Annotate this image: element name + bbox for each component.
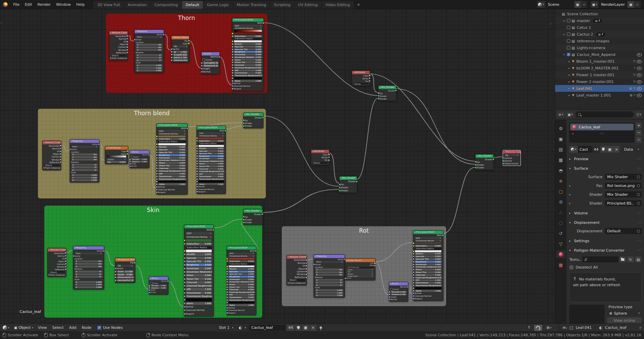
node-header-mixshader-1[interactable]: ▾Mix Shader <box>378 86 396 89</box>
sl-widget[interactable]: Anisotropic0.000 <box>415 263 442 266</box>
sl-widget[interactable]: X0m <box>315 269 343 271</box>
workspace-tab-default[interactable]: Default <box>182 1 203 9</box>
output-socket[interactable] <box>65 260 67 262</box>
node-row-y[interactable]: Y0m <box>70 156 99 158</box>
col-widget[interactable] <box>186 239 212 242</box>
node-header-bump-thorn[interactable]: ▾Bump <box>202 52 220 56</box>
node-row-dimension[interactable]: Dimension0.300 <box>115 276 135 279</box>
scene-selector[interactable]: ▾ Scene ▣ × <box>537 1 587 8</box>
input-socket[interactable] <box>183 257 186 259</box>
node-row-ramp[interactable] <box>232 29 263 32</box>
node-attribute-1[interactable]: ▾AttributeColorVectorFacName: <box>352 70 370 86</box>
input-socket[interactable] <box>412 271 415 274</box>
node-row-lacunarity[interactable]: Lacunarity1.900 <box>115 279 135 282</box>
breadcrumb-object[interactable]: Leaf.041 <box>576 325 592 330</box>
fld-widget[interactable]: Object: <box>49 271 65 273</box>
node-mapping-thorn[interactable]: ▾MappingVectorPoint▾VectorLocationX0mY0m… <box>134 29 164 73</box>
input-socket[interactable] <box>475 164 477 166</box>
input-socket[interactable] <box>226 257 228 260</box>
material-slot-list[interactable]: Cactus_leaf ▸∷∷ <box>569 123 635 143</box>
menu-edit[interactable]: Edit <box>22 2 34 7</box>
sl-widget[interactable]: Specular0.500 <box>158 149 186 151</box>
sl-widget[interactable]: Transmission Roughness0.000 <box>228 299 255 301</box>
sl-widget[interactable]: Clearcoat0.000 <box>234 64 262 66</box>
node-row-point[interactable]: Point▾ <box>135 36 164 39</box>
visibility-eye-icon[interactable] <box>637 53 642 57</box>
row-value-dropdown[interactable]: Mix Shader <box>605 191 642 197</box>
sl-widget[interactable]: Clearcoat Roughness0.030 <box>234 67 262 69</box>
node-header-imagetex-rot[interactable]: ▾Image Texture <box>345 259 375 262</box>
input-socket[interactable] <box>114 270 117 273</box>
node-row-emission[interactable] <box>157 181 187 183</box>
node-row-subsurface-radius[interactable]: Subsurface Radius <box>197 142 226 145</box>
node-menu-view[interactable]: View <box>35 325 49 330</box>
input-socket[interactable] <box>226 306 228 309</box>
sl-widget[interactable]: Roughness0.500 <box>234 51 262 53</box>
sl-widget[interactable]: Sheen0.000 <box>186 274 212 277</box>
node-row-clearcoat[interactable]: Clearcoat0.000 <box>157 167 187 170</box>
pin-icon[interactable] <box>320 326 322 329</box>
node-header-mapping-thorn[interactable]: ▾Mapping <box>135 30 164 33</box>
sl-widget[interactable]: Sheen Tint0.500 <box>158 165 186 167</box>
node-row-fac[interactable]: Fac0.500 <box>105 161 128 163</box>
visibility-eye-icon[interactable] <box>637 73 642 77</box>
output-socket[interactable] <box>162 33 165 36</box>
input-socket[interactable] <box>183 274 186 277</box>
sl-widget[interactable]: Subsurface0.000 <box>415 245 442 247</box>
node-checkbox[interactable] <box>44 167 44 169</box>
properties-tab-modifiers[interactable]: ⚙ <box>556 198 566 206</box>
workspace-tab-animation[interactable]: Animation <box>124 1 151 9</box>
node-header-attribute-1[interactable]: ▾Attribute <box>352 71 370 74</box>
sl-widget[interactable]: X0m <box>71 153 98 155</box>
node-row-metallic[interactable]: Metallic0.000 <box>232 43 263 45</box>
node-row-clearcoat[interactable]: Clearcoat0.000 <box>413 274 443 276</box>
material-slot-active[interactable]: Cactus_leaf <box>570 124 634 130</box>
node-row-ior[interactable]: IOR1.450 <box>227 294 256 296</box>
dd-widget[interactable]: All▾ <box>504 154 519 156</box>
node-header-principled-rot[interactable]: ▾Principled BSDF <box>413 231 443 234</box>
output-socket[interactable] <box>60 161 62 164</box>
input-socket[interactable] <box>226 289 228 291</box>
output-socket[interactable] <box>127 150 129 152</box>
collection-checkbox[interactable] <box>567 33 570 36</box>
input-socket[interactable] <box>114 279 117 281</box>
sl-widget[interactable]: Sheen0.000 <box>415 269 442 271</box>
node-row-transmission[interactable]: Transmission0.000 <box>413 281 443 284</box>
sl-widget[interactable]: Clearcoat Roughness0.030 <box>158 170 186 172</box>
shader-node-editor[interactable]: ‹ ‹ Cactus_leaf ThornThorn blendSkinRot▾… <box>0 9 644 323</box>
node-row-sheen-tint[interactable]: Sheen Tint0.500 <box>184 277 213 280</box>
node-row-transmission-roughness[interactable]: Transmission Roughness0.000 <box>184 295 213 298</box>
sl-widget[interactable]: Metallic0.000 <box>198 148 224 150</box>
node-row-point[interactable]: Point▾ <box>314 261 345 263</box>
menu-window[interactable]: Window <box>53 2 73 7</box>
node-row-invert[interactable]: Invert <box>389 288 408 291</box>
properties-tab-object[interactable]: ▢ <box>556 188 566 195</box>
node-row-clearcoat[interactable]: Clearcoat0.000 <box>227 288 256 291</box>
sl-widget[interactable]: Y0° <box>75 273 102 275</box>
sl-widget[interactable]: Anisotropic Rotation0.000 <box>234 56 262 58</box>
input-socket[interactable] <box>114 276 117 279</box>
node-row-y[interactable]: Y1.000 <box>73 283 104 286</box>
workspace-tab-3d-view-full[interactable]: 3D View Full <box>93 1 124 9</box>
input-socket[interactable] <box>226 270 228 273</box>
dd-widget[interactable]: Point▾ <box>71 146 98 148</box>
output-socket[interactable] <box>212 229 214 231</box>
node-checkbox[interactable] <box>110 57 111 59</box>
sl-widget[interactable]: Roughness0.500 <box>198 155 224 157</box>
input-socket[interactable] <box>196 150 198 152</box>
node-row-point[interactable]: Point▾ <box>73 252 104 255</box>
node-row-invert[interactable]: Invert <box>130 156 149 158</box>
node-row-subsurface[interactable]: Subsurface0.000 <box>157 138 187 141</box>
sl-widget[interactable]: X1.000 <box>75 281 102 283</box>
dd-widget[interactable]: Linear▾ <box>347 269 374 270</box>
render-layer-copy-button[interactable]: ▣ <box>627 1 634 8</box>
input-socket[interactable] <box>156 135 158 137</box>
node-row-ramp[interactable] <box>105 155 128 158</box>
input-socket[interactable] <box>183 267 186 270</box>
material-name-field[interactable]: Cact <box>578 146 592 153</box>
sl-widget[interactable]: Subsurface0.000 <box>228 260 255 262</box>
material-users-count[interactable]: 44 <box>592 146 600 153</box>
input-socket[interactable] <box>388 293 391 296</box>
input-socket[interactable] <box>412 284 415 287</box>
dd-widget[interactable]: 4D▾ <box>173 45 188 47</box>
